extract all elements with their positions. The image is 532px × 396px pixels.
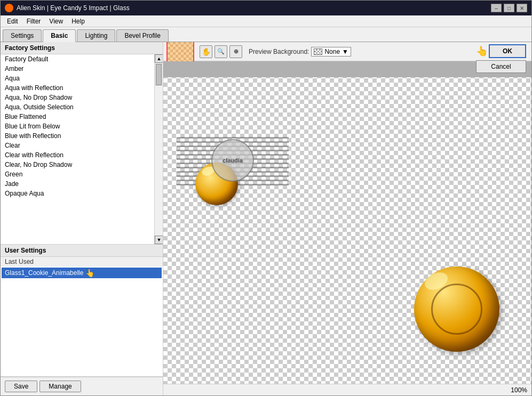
watermark: claudia (177, 135, 289, 185)
close-button[interactable]: ✕ (517, 4, 527, 12)
list-item-aqua[interactable]: Aqua (1, 74, 154, 83)
title-bar-left: Alien Skin | Eye Candy 5 Impact | Glass (5, 4, 130, 12)
ok-area: 👆 OK (476, 44, 526, 58)
tool-extra-btn[interactable]: ⊕ (229, 45, 242, 58)
user-list-item-glass1[interactable]: Glass1_Cookie_Animabelle 👆 (2, 268, 162, 278)
tab-settings[interactable]: Settings (3, 29, 42, 42)
tabs-bar: Settings Basic Lighting Bevel Profile (1, 27, 531, 42)
list-item-clear-with-reflection[interactable]: Clear with Reflection (1, 150, 154, 160)
tab-basic[interactable]: Basic (43, 29, 76, 42)
menu-bar: Edit Filter View Help (1, 15, 531, 27)
watermark-circle: claudia (211, 139, 254, 182)
list-item-blue-lit-from-below[interactable]: Blue Lit from Below (1, 122, 154, 131)
extra-tool-icon: ⊕ (234, 48, 239, 55)
list-item-jade[interactable]: Jade (1, 179, 154, 189)
preview-bg-label: Preview Background: (249, 48, 309, 55)
right-panel: ✋ 🔍 ⊕ Preview Background: None ▼ (163, 42, 531, 395)
title-bar: Alien Skin | Eye Candy 5 Impact | Glass … (1, 1, 531, 15)
list-item-blue-with-reflection[interactable]: Blue with Reflection (1, 131, 154, 141)
list-item-factory-default[interactable]: Factory Default (1, 54, 154, 64)
preview-bg-icon (314, 49, 322, 55)
list-item-amber[interactable]: Amber (1, 64, 154, 74)
status-bar: 100% (163, 384, 531, 395)
hand-tool-icon: ✋ (202, 47, 211, 56)
preview-bg-dropdown[interactable]: None ▼ (311, 47, 351, 56)
glass-ball-inner (414, 266, 499, 352)
tool-hand-btn[interactable]: ✋ (200, 45, 212, 58)
scrollbar-up-btn[interactable]: ▲ (155, 54, 163, 63)
list-item-clear[interactable]: Clear (1, 141, 154, 150)
app-icon (5, 4, 13, 12)
manage-button[interactable]: Manage (39, 381, 81, 392)
menu-edit[interactable]: Edit (3, 17, 22, 26)
list-item-opaque-aqua[interactable]: Opaque Aqua (1, 189, 154, 198)
save-button[interactable]: Save (5, 381, 37, 392)
panel-buttons: Save Manage (1, 377, 163, 395)
user-item-label: Glass1_Cookie_Animabelle (5, 269, 83, 277)
zoom-level: 100% (511, 386, 527, 394)
watermark-text: claudia (223, 157, 243, 164)
left-panel: Factory Settings Factory Default Amber A… (1, 42, 163, 395)
ok-hand-cursor-icon: 👆 (476, 45, 488, 57)
title-buttons: – □ ✕ (491, 4, 527, 12)
preview-area: claudia (163, 61, 531, 384)
scrollbar-down-btn[interactable]: ▼ (155, 236, 163, 244)
factory-settings-scrollbar[interactable]: ▲ ▼ (154, 54, 163, 244)
list-item-green[interactable]: Green (1, 169, 154, 179)
zoom-tool-icon: 🔍 (217, 48, 225, 55)
menu-help[interactable]: Help (67, 17, 89, 26)
glass-ball-large (414, 266, 499, 352)
glass-ball-lines (431, 284, 482, 335)
main-content: Factory Settings Factory Default Amber A… (1, 42, 531, 395)
hand-cursor-icon: 👆 (85, 269, 94, 277)
list-item-aqua-no-drop-shadow[interactable]: Aqua, No Drop Shadow (1, 93, 154, 102)
window-title: Alien Skin | Eye Candy 5 Impact | Glass (17, 4, 130, 12)
scrollbar-thumb[interactable] (156, 64, 162, 85)
ok-cancel-area: 👆 OK Cancel (476, 42, 526, 73)
main-window: Alien Skin | Eye Candy 5 Impact | Glass … (0, 0, 532, 396)
cancel-button[interactable]: Cancel (476, 60, 526, 73)
user-settings-title: User Settings (1, 245, 163, 257)
scrollbar-track (155, 86, 163, 236)
minimize-button[interactable]: – (491, 4, 502, 12)
menu-filter[interactable]: Filter (22, 17, 45, 26)
user-settings-panel: User Settings Last Used Glass1_Cookie_An… (1, 245, 163, 377)
factory-settings-panel: Factory Settings Factory Default Amber A… (1, 42, 163, 245)
preview-bg-value: None (324, 48, 340, 55)
dropdown-arrow-icon: ▼ (342, 48, 348, 55)
list-item-blue-flattened[interactable]: Blue Flattened (1, 112, 154, 122)
menu-view[interactable]: View (45, 17, 67, 26)
factory-settings-list: Factory Default Amber Aqua Aqua with Ref… (1, 54, 154, 244)
list-item-aqua-with-reflection[interactable]: Aqua with Reflection (1, 83, 154, 93)
factory-settings-title: Factory Settings (1, 42, 163, 54)
user-settings-list: Glass1_Cookie_Animabelle 👆 (1, 266, 163, 376)
tab-bevel-profile[interactable]: Bevel Profile (116, 29, 168, 42)
tab-lighting[interactable]: Lighting (77, 29, 115, 42)
maximize-button[interactable]: □ (504, 4, 514, 12)
list-item-aqua-outside-selection[interactable]: Aqua, Outside Selection (1, 102, 154, 112)
checkerboard-bg: claudia (163, 61, 531, 384)
tool-zoom-btn[interactable]: 🔍 (215, 45, 227, 58)
ok-button[interactable]: OK (489, 44, 526, 58)
last-used-label: Last Used (1, 257, 163, 266)
list-item-clear-no-drop-shadow[interactable]: Clear, No Drop Shadow (1, 160, 154, 169)
